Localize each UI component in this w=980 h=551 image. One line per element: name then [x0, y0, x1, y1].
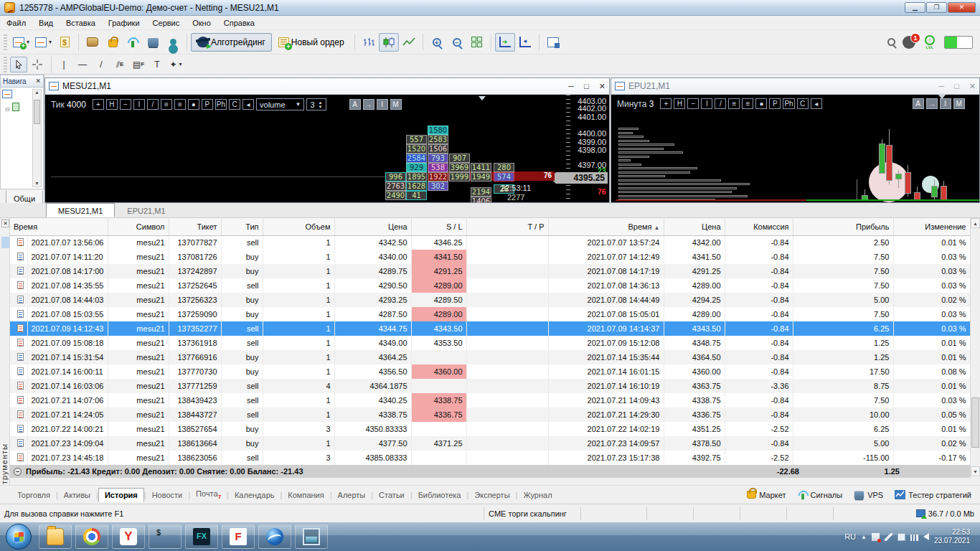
chart-tool-1[interactable]: H	[106, 99, 118, 110]
chart-tool-11[interactable]: ◂	[242, 99, 254, 110]
chart-mode-0[interactable]: A	[349, 99, 361, 110]
chart-tool-5[interactable]: ≡	[161, 99, 172, 110]
strategy-tester-link[interactable]: Тестер стратегий	[895, 490, 971, 499]
chart-tool-7[interactable]: ●	[188, 99, 199, 110]
column-header-7[interactable]: T / P	[466, 218, 548, 235]
table-row[interactable]: 2021.07.21 14:07:06mesu21138439423sell14…	[10, 393, 970, 408]
tab-Алерты[interactable]: Алерты	[332, 489, 372, 501]
chart-tool-8[interactable]: P	[202, 99, 213, 110]
epu21-close-icon[interactable]: ✕	[969, 82, 976, 91]
market-button[interactable]	[103, 33, 123, 52]
pen-tray-icon[interactable]	[885, 533, 892, 541]
chart-mode-2[interactable]: I	[940, 98, 951, 109]
column-header-4[interactable]: Объем	[263, 218, 334, 235]
community-button[interactable]	[163, 33, 183, 52]
save-chart-button[interactable]	[543, 33, 563, 52]
epu21-chart[interactable]: Минута 3 +H−I/≡≡●PPhC◂A→IM	[611, 95, 979, 202]
chart-mode-3[interactable]: M	[390, 99, 402, 110]
chart-tool-11[interactable]: ◂	[811, 98, 822, 109]
chart-tool-0[interactable]: +	[660, 98, 672, 109]
menu-item-Файл[interactable]: Файл	[0, 17, 32, 29]
chart-mode-1[interactable]: →	[926, 98, 938, 109]
tab-Эксперты[interactable]: Эксперты	[468, 489, 515, 501]
chart-mode-0[interactable]: A	[913, 98, 924, 109]
cursor-tool-button[interactable]	[10, 57, 27, 72]
navigator-tree[interactable]: ⊟ ▲ ▼	[0, 88, 44, 189]
epu21-titlebar[interactable]: EPU21,M1 ─ □ ✕	[611, 78, 979, 95]
table-row[interactable]: 2021.07.08 14:17:00mesu21137242897buy142…	[10, 264, 970, 278]
chart-tool-6[interactable]: ≡	[742, 98, 753, 109]
menu-item-Вид[interactable]: Вид	[32, 17, 60, 29]
column-header-11[interactable]: Прибыль	[793, 218, 893, 235]
mesu21-chart[interactable]: Тик 4000 +H−I/≡≡●PPhC◂volume▼3▲▼A→IM 440…	[45, 95, 609, 202]
market-link[interactable]: Маркет	[747, 491, 786, 499]
table-row[interactable]: 2021.07.14 16:03:06mesu21137771259sell44…	[10, 379, 970, 393]
table-row[interactable]: 2021.07.07 13:56:06mesu21137077827sell14…	[10, 235, 970, 250]
column-header-12[interactable]: Изменение	[893, 218, 970, 235]
tile-windows-button[interactable]	[467, 33, 487, 52]
navigator-close-icon[interactable]: ✕	[35, 77, 41, 85]
column-header-5[interactable]: Цена	[334, 218, 411, 235]
chart-shift-button[interactable]	[515, 33, 535, 52]
volume-tray-icon[interactable]	[923, 533, 929, 540]
text-tool-button[interactable]: T	[149, 57, 166, 72]
bars-chart-button[interactable]	[359, 33, 379, 52]
chart-mode-2[interactable]: I	[377, 99, 388, 110]
epu21-minimize-icon[interactable]: ─	[938, 82, 944, 91]
profiles-button[interactable]: ▾	[32, 33, 55, 52]
clipboard-tray-icon[interactable]	[897, 533, 905, 541]
trend-line-button[interactable]: /	[93, 57, 110, 72]
taskbar-app-swoosh[interactable]	[258, 524, 291, 549]
table-row[interactable]: 2021.07.23 14:09:04mesu21138613664buy143…	[10, 436, 970, 451]
tab-Активы[interactable]: Активы	[58, 489, 96, 501]
chart-tool-4[interactable]: /	[715, 98, 726, 109]
menu-item-Сервис[interactable]: Сервис	[146, 17, 187, 29]
chart-tool-3[interactable]: I	[701, 98, 712, 109]
mesu21-maximize-icon[interactable]: □	[584, 82, 589, 91]
signal-tray-icon[interactable]	[910, 534, 918, 541]
vps-button[interactable]	[143, 33, 163, 52]
chart-tab-MESU21,M1[interactable]: MESU21,M1	[46, 203, 115, 217]
mesu21-minimize-icon[interactable]: ─	[568, 82, 574, 91]
table-row[interactable]: 2021.07.14 16:00:11mesu21137770730buy143…	[10, 364, 970, 379]
toolbar-grip[interactable]	[4, 34, 7, 50]
scroll-thumb[interactable]	[971, 397, 979, 448]
scroll-down-icon[interactable]: ▼	[971, 466, 980, 476]
chart-tool-1[interactable]: H	[674, 98, 685, 109]
depth-spinner[interactable]: 3▲▼	[306, 98, 326, 110]
navigator-scrollbar[interactable]: ▲ ▼	[32, 89, 42, 187]
zoom-out-button[interactable]: −	[447, 33, 467, 52]
chart-tool-4[interactable]: /	[147, 99, 159, 110]
navigator-header[interactable]: Навига ✕	[0, 75, 44, 88]
chart-tool-3[interactable]: I	[133, 99, 145, 110]
spinner-arrows-icon[interactable]: ▲▼	[319, 100, 323, 109]
start-button[interactable]	[6, 524, 32, 550]
taskbar-app-fx[interactable]: FX	[185, 524, 218, 549]
taskbar-app-finam[interactable]: F	[222, 524, 255, 549]
scroll-up-icon[interactable]: ▲	[971, 218, 980, 228]
column-header-10[interactable]: Комиссия	[725, 218, 793, 235]
chart-tool-2[interactable]: −	[687, 98, 699, 109]
crosshair-tool-button[interactable]	[29, 57, 46, 72]
candles-chart-button[interactable]	[379, 33, 399, 52]
tab-Компания[interactable]: Компания	[282, 489, 329, 501]
tab-Календарь[interactable]: Календарь	[229, 489, 281, 501]
algo-trading-button[interactable]: Алготрейдинг	[191, 33, 272, 52]
new-order-button[interactable]: Новый ордер	[272, 33, 351, 52]
taskbar-app-yandex[interactable]: Y	[112, 524, 145, 549]
horizontal-line-button[interactable]: —	[74, 57, 91, 72]
lvl-indicator[interactable]: ↑ LVL	[923, 35, 937, 50]
tab-История[interactable]: История	[98, 488, 144, 502]
tab-Статьи[interactable]: Статьи	[373, 489, 410, 501]
table-row[interactable]: 2021.07.14 15:31:54mesu21137766916buy143…	[10, 350, 970, 364]
restore-button[interactable]: ❐	[926, 2, 947, 13]
menu-item-Справка[interactable]: Справка	[217, 17, 261, 29]
tab-Почта[interactable]: Почта7	[190, 487, 227, 502]
collapse-icon[interactable]	[14, 468, 22, 476]
menu-item-Вставка[interactable]: Вставка	[60, 17, 102, 29]
table-row[interactable]: 2021.07.22 14:00:21mesu21138527654buy343…	[10, 422, 970, 436]
table-row[interactable]: 2021.07.21 14:24:05mesu21138443727sell14…	[10, 408, 970, 422]
table-row[interactable]: 2021.07.09 15:08:18mesu21137361918sell14…	[10, 336, 970, 350]
table-scrollbar[interactable]: ▲ ▼	[970, 218, 980, 476]
table-row[interactable]: 2021.07.07 14:11:20mesu21137081726buy143…	[10, 250, 970, 264]
